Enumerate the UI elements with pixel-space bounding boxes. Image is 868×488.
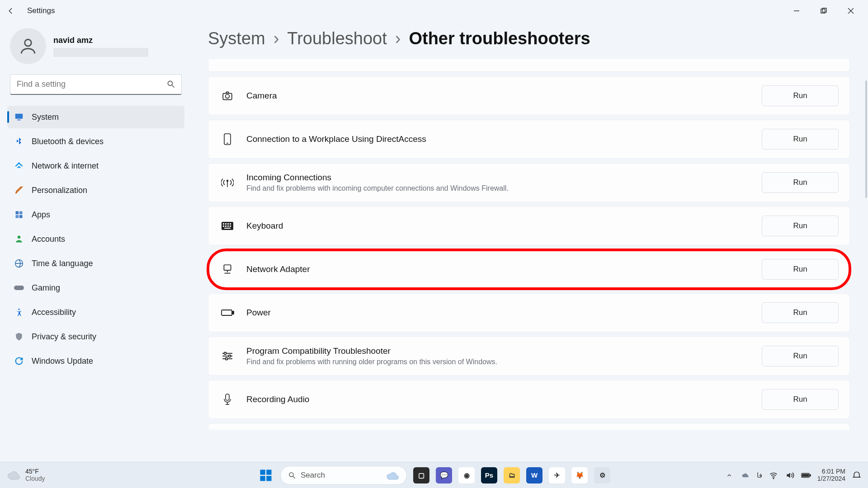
onedrive-icon[interactable] [741, 471, 750, 480]
person-icon [14, 234, 24, 244]
brush-icon [14, 185, 24, 196]
monitor-icon [14, 112, 24, 122]
nav-item-network-internet[interactable]: Network & internet [7, 155, 184, 177]
svg-point-19 [226, 94, 230, 99]
nav-item-bluetooth-devices[interactable]: Bluetooth & devices [7, 130, 184, 153]
close-button[interactable] [843, 5, 859, 17]
nav-item-time-language[interactable]: Time & language [7, 252, 184, 275]
nav-item-privacy-security[interactable]: Privacy & security [7, 325, 184, 348]
weather-temp: 45°F [25, 468, 45, 475]
run-button-audio[interactable]: Run [762, 389, 839, 410]
title-bar: Settings [0, 0, 868, 22]
cloud-icon [6, 468, 21, 483]
nav-item-accessibility[interactable]: Accessibility [7, 301, 184, 324]
nav-item-label: Gaming [32, 283, 60, 293]
svg-rect-37 [222, 310, 232, 315]
start-button[interactable] [258, 467, 274, 483]
weather-widget[interactable]: 45°F Cloudy [6, 468, 45, 483]
main-panel: System › Troubleshoot › Other troublesho… [190, 22, 868, 462]
troubleshooter-card-network: Network AdapterRun [208, 250, 850, 289]
svg-rect-13 [19, 215, 23, 218]
svg-rect-50 [260, 476, 265, 481]
svg-point-54 [773, 478, 774, 479]
troubleshooter-card-partial [208, 423, 850, 430]
troubleshooter-card-audio: Recording AudioRun [208, 380, 850, 419]
keyboard-icon [219, 221, 236, 230]
taskbar-app-teams[interactable]: 💬 [436, 467, 452, 483]
nav-item-gaming[interactable]: Gaming [7, 277, 184, 299]
clock-date: 1/27/2024 [817, 475, 845, 482]
breadcrumb: System › Troubleshoot › Other troublesho… [208, 29, 850, 48]
notifications-icon[interactable] [852, 471, 862, 480]
svg-rect-9 [17, 120, 20, 121]
sidebar: navid amz SystemBluetooth & devicesNetwo… [0, 22, 190, 462]
volume-icon[interactable] [785, 471, 795, 480]
nav-item-label: Bluetooth & devices [32, 137, 104, 146]
run-button-network[interactable]: Run [762, 259, 839, 280]
nav-item-system[interactable]: System [7, 106, 184, 128]
nav-item-label: Network & internet [32, 161, 99, 171]
run-button-compat[interactable]: Run [762, 346, 839, 366]
svg-point-44 [226, 358, 228, 360]
gamepad-icon [14, 282, 24, 293]
taskbar-app-firefox[interactable]: 🦊 [571, 467, 588, 483]
search-wrapper [10, 74, 182, 95]
svg-rect-12 [16, 215, 19, 218]
troubleshooter-card-partial [208, 59, 850, 72]
nav-item-label: Personalization [32, 186, 87, 195]
taskbar-app-file-explorer[interactable]: 🗂 [504, 467, 520, 483]
nav-item-windows-update[interactable]: Windows Update [7, 350, 184, 372]
minimize-button[interactable] [788, 5, 805, 17]
scrollbar[interactable] [865, 80, 867, 198]
back-button[interactable] [5, 5, 17, 17]
crumb-troubleshoot[interactable]: Troubleshoot [287, 29, 387, 48]
troubleshooter-title: Keyboard [246, 221, 762, 231]
taskbar-app-chrome[interactable]: ◉ [458, 467, 475, 483]
svg-rect-57 [802, 474, 808, 477]
taskbar-app-settings[interactable]: ⚙ [594, 467, 610, 483]
profile-block[interactable]: navid amz [7, 28, 184, 64]
svg-point-52 [289, 473, 293, 477]
nav-item-apps[interactable]: Apps [7, 203, 184, 226]
clock-time: 6:01 PM [822, 468, 845, 475]
grid-icon [14, 209, 24, 220]
run-button-keyboard[interactable]: Run [762, 216, 839, 236]
svg-rect-10 [16, 211, 19, 215]
taskbar-app-telegram[interactable]: ✈ [549, 467, 565, 483]
taskbar-search[interactable]: Search [280, 466, 407, 485]
wifi-icon[interactable] [769, 471, 778, 480]
nav-item-personalization[interactable]: Personalization [7, 179, 184, 202]
nav-item-accounts[interactable]: Accounts [7, 228, 184, 250]
clock[interactable]: 6:01 PM 1/27/2024 [817, 468, 845, 482]
accessibility-icon [14, 307, 24, 318]
tray-expand-icon[interactable] [724, 472, 734, 479]
run-button-camera[interactable]: Run [762, 85, 839, 106]
search-input[interactable] [10, 74, 182, 95]
svg-rect-26 [225, 223, 226, 225]
svg-rect-56 [810, 474, 811, 476]
svg-point-40 [224, 352, 226, 355]
taskbar-app-word[interactable]: W [526, 467, 542, 483]
phone-icon [219, 133, 236, 145]
battery-icon[interactable] [801, 472, 811, 479]
language-indicator[interactable]: فا [757, 471, 762, 479]
maximize-button[interactable] [816, 5, 832, 17]
globe-clock-icon [14, 258, 24, 269]
taskbar-app-task-view[interactable]: ▢ [413, 467, 429, 483]
search-icon [288, 471, 296, 479]
crumb-system[interactable]: System [208, 29, 265, 48]
troubleshooter-card-incoming: Incoming ConnectionsFind and fix problem… [208, 163, 850, 202]
run-button-workplace[interactable]: Run [762, 129, 839, 150]
troubleshooter-title: Program Compatibility Troubleshooter [246, 346, 762, 356]
svg-rect-16 [14, 286, 24, 290]
cloud-icon [386, 470, 402, 481]
svg-point-17 [18, 309, 19, 310]
profile-name: navid amz [53, 36, 148, 45]
taskbar-app-photoshop[interactable]: Ps [481, 467, 497, 483]
weather-cond: Cloudy [25, 475, 45, 482]
svg-rect-27 [227, 223, 229, 225]
run-button-incoming[interactable]: Run [762, 172, 839, 193]
svg-point-6 [168, 81, 172, 85]
run-button-power[interactable]: Run [762, 302, 839, 323]
troubleshooter-title: Network Adapter [246, 264, 762, 274]
